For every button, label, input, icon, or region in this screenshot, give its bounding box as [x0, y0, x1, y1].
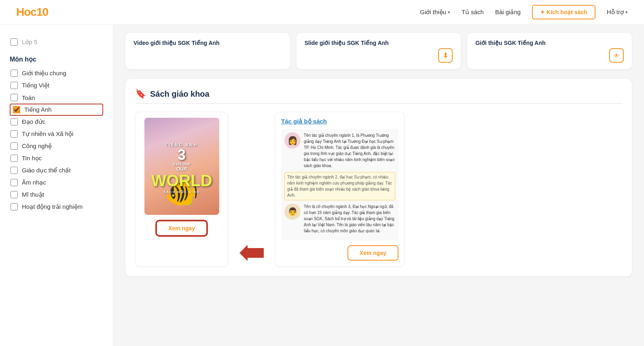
nav-bai-giang[interactable]: Bài giảng [495, 8, 521, 16]
book-cover-explore: EXPLORE [151, 162, 212, 167]
logo[interactable]: Hoc10 [16, 6, 48, 19]
checkbox-gioi-thieu-chung[interactable] [11, 70, 18, 77]
nav-tu-sach[interactable]: Tủ sách [462, 8, 484, 16]
sidebar-item-tieng-viet[interactable]: Tiếng Việt [10, 79, 103, 91]
main-nav: Giới thiệu ▾ Tủ sách Bài giảng ✦ Kích ho… [420, 5, 628, 19]
book-cover-world: WORLD [151, 172, 212, 189]
media-card-slide-title: Slide giới thiệu SGK Tiếng Anh [305, 39, 453, 47]
author-text-1: Tên tác giả chuyên ngành 1, là Phương Tr… [304, 132, 395, 169]
activate-book-button[interactable]: ✦ Kích hoạt sách [532, 5, 595, 19]
author-avatar-2: 👨 [284, 204, 301, 220]
sidebar-item-mi-thuat[interactable]: Mĩ thuật [10, 189, 103, 201]
xem-ngay-author-button[interactable]: Xem ngay [347, 245, 398, 261]
media-card-video-title: Video giới thiệu SGK Tiếng Anh [133, 39, 282, 47]
sidebar-item-toan[interactable]: Toán [10, 91, 103, 104]
book-cover-number: 3 [151, 148, 212, 162]
media-card-preview: Giới thiệu SGK Tiếng Anh 👁 [467, 33, 632, 69]
sidebar-item-giao-duc-the-chat[interactable]: Giáo dục thể chất [10, 164, 103, 176]
sidebar-item-tu-nhien-xa-hoi[interactable]: Tự nhiên và Xã hội [10, 128, 103, 140]
author-card: Tác giả bộ sách 👩 Tên tác giả chuyên ngà… [275, 112, 405, 267]
bookmark-icon: 🔖 [135, 89, 146, 99]
chevron-down-icon: ▾ [448, 10, 450, 15]
sidebar-item-dao-duc[interactable]: Đạo đức [10, 116, 103, 128]
sidebar-item-tieng-anh[interactable]: Tiếng Anh [10, 104, 103, 116]
xem-ngay-book-button[interactable]: Xem ngay [156, 221, 207, 236]
author-text-2: Tên là cô chuyên ngành 3, Đại học Ngoại … [304, 204, 395, 234]
nav-ho-tro[interactable]: Hỗ trợ ▾ [607, 8, 628, 16]
download-button[interactable]: ⬇ [438, 48, 453, 63]
red-arrow-indicator [239, 245, 264, 267]
media-card-slide: Slide giới thiệu SGK Tiếng Anh ⬇ [297, 33, 461, 69]
author-content: 👩 Tên tác giả chuyên ngành 1, là Phương … [281, 129, 398, 240]
checkbox-tin-hoc[interactable] [11, 155, 18, 162]
book-card: 🐠 TIẾNG ANH 3 EXPLORE OUR WORLD SÁCH HỌC… [135, 112, 228, 267]
header: Hoc10 Giới thiệu ▾ Tủ sách Bài giảng ✦ K… [0, 0, 644, 25]
author-link[interactable]: Tác giả bộ sách [281, 118, 398, 125]
sgk-title: Sách giáo khoa [150, 89, 210, 99]
checkbox-tieng-anh[interactable] [13, 106, 20, 113]
sgk-section: 🔖 Sách giáo khoa 🐠 TIẾNG ANH 3 EXPLORE [125, 79, 632, 276]
book-cover: 🐠 TIẾNG ANH 3 EXPLORE OUR WORLD SÁCH HỌC… [144, 118, 219, 215]
chevron-down-icon-2: ▾ [625, 10, 628, 15]
sgk-divider [135, 103, 622, 104]
media-card-video: Video giới thiệu SGK Tiếng Anh [125, 33, 290, 69]
checkbox-lop5[interactable] [11, 38, 18, 46]
svg-marker-0 [239, 245, 264, 261]
sidebar-item-cong-nghe[interactable]: Công nghệ [10, 140, 103, 152]
sidebar-item-tin-hoc[interactable]: Tin học [10, 152, 103, 164]
sidebar-item-lop5[interactable]: Lớp 5 [10, 36, 103, 48]
media-card-preview-title: Giới thiệu SGK Tiếng Anh [475, 39, 624, 47]
sgk-cards-row: 🐠 TIẾNG ANH 3 EXPLORE OUR WORLD SÁCH HỌC… [135, 112, 622, 267]
author-card-footer: Xem ngay [281, 245, 398, 261]
nav-gioi-thieu[interactable]: Giới thiệu ▾ [420, 8, 450, 16]
sgk-header: 🔖 Sách giáo khoa [135, 89, 622, 99]
page-layout: Lớp 5 Môn học Giới thiệu chung Tiếng Việ… [0, 25, 644, 346]
book-cover-sach: SÁCH HỌC SINH [151, 190, 212, 194]
checkbox-tieng-viet[interactable] [11, 82, 18, 89]
author-highlighted-box: Tên tác giả chuyên ngành 2, đại học Sư p… [284, 172, 395, 200]
checkbox-giao-duc-the-chat[interactable] [11, 167, 18, 174]
author-avatar-1: 👩 [284, 132, 301, 149]
preview-button[interactable]: 👁 [609, 48, 624, 63]
top-media-cards-row: Video giới thiệu SGK Tiếng Anh Slide giớ… [125, 33, 632, 69]
sidebar-section-mon-hoc: Môn học [10, 55, 103, 63]
author-row-1: 👩 Tên tác giả chuyên ngành 1, là Phương … [284, 132, 395, 169]
logo-number: 10 [36, 6, 48, 18]
sidebar-item-gioi-thieu-chung[interactable]: Giới thiệu chung [10, 67, 103, 79]
checkbox-mi-thuat[interactable] [11, 191, 18, 198]
logo-text: Hoc [16, 6, 36, 18]
checkbox-toan[interactable] [11, 94, 18, 101]
main-content: Video giới thiệu SGK Tiếng Anh Slide giớ… [113, 25, 644, 346]
checkbox-hoat-dong-trai-nghiem[interactable] [11, 203, 18, 210]
author-row-2: 👨 Tên là cô chuyên ngành 3, Đại học Ngoạ… [284, 204, 395, 234]
sidebar-item-am-nhac[interactable]: Âm nhạc [10, 176, 103, 189]
checkbox-dao-duc[interactable] [11, 118, 18, 125]
checkbox-am-nhac[interactable] [11, 179, 18, 186]
checkbox-cong-nghe[interactable] [11, 142, 18, 150]
arrow-left-icon [239, 245, 264, 261]
sidebar: Lớp 5 Môn học Giới thiệu chung Tiếng Việ… [0, 25, 113, 346]
checkbox-tu-nhien-xa-hoi[interactable] [11, 130, 18, 138]
sidebar-item-hoat-dong-trai-nghiem[interactable]: Hoạt động trải nghiệm [10, 201, 103, 213]
